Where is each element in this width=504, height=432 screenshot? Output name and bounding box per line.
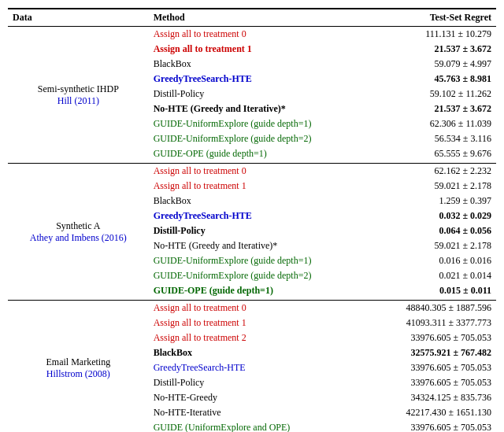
method-label: Assign all to treatment 0: [154, 28, 246, 39]
method-label: No-HTE (Greedy and Iterative)*: [154, 240, 278, 251]
regret-value: 0.021 ± 0.014: [439, 270, 491, 281]
regret-cell: 65.555 ± 9.676: [370, 146, 496, 164]
method-cell: GUIDE-OPE (guide depth=1): [149, 283, 371, 301]
method-label: No-HTE-Greedy: [154, 392, 217, 403]
section-cite-1: Athey and Imbens (2016): [30, 232, 127, 243]
regret-value: 45.763 ± 8.981: [434, 73, 491, 84]
method-cell: No-HTE (Greedy and Iterative)*: [149, 102, 371, 116]
method-cell: Assign all to treatment 1: [149, 316, 371, 330]
regret-cell: 33976.605 ± 705.053: [370, 360, 496, 375]
regret-cell: 62.162 ± 2.232: [370, 164, 496, 179]
method-cell: Distill-Policy: [149, 223, 371, 238]
regret-cell: 59.021 ± 2.178: [370, 238, 496, 253]
method-label: Distill-Policy: [154, 377, 205, 388]
regret-value: 0.015 ± 0.011: [439, 285, 491, 296]
regret-cell: 59.079 ± 4.997: [370, 57, 496, 72]
regret-cell: 0.064 ± 0.056: [370, 223, 496, 238]
method-cell: No-HTE (Greedy and Iterative)*: [149, 238, 371, 253]
method-cell: GreedyTreeSearch-HTE: [149, 72, 371, 87]
method-cell: GUIDE-UniformExplore (guide depth=2): [149, 131, 371, 146]
regret-value: 33976.605 ± 705.053: [410, 422, 491, 432]
regret-cell: 34324.125 ± 835.736: [370, 390, 496, 405]
section-cite-2: Hillstrom (2008): [46, 368, 110, 379]
regret-value: 34324.125 ± 835.736: [410, 392, 491, 403]
regret-value: 1.259 ± 0.397: [439, 195, 491, 206]
regret-cell: 0.015 ± 0.011: [370, 283, 496, 301]
method-label: GreedyTreeSearch-HTE: [154, 362, 246, 373]
regret-cell: 1.259 ± 0.397: [370, 194, 496, 209]
section-cite-0: Hill (2011): [57, 95, 99, 106]
method-label: BlackBox: [154, 347, 192, 358]
method-label: Assign all to treatment 1: [154, 43, 252, 54]
regret-cell: 21.537 ± 3.672: [370, 42, 496, 57]
regret-cell: 48840.305 ± 1887.596: [370, 301, 496, 316]
method-cell: No-HTE-Iterative: [149, 405, 371, 420]
method-label: BlackBox: [154, 195, 191, 206]
method-label: GUIDE-UniformExplore (guide depth=2): [154, 133, 312, 144]
method-label: Assign all to treatment 1: [154, 180, 246, 191]
method-cell: Assign all to treatment 0: [149, 27, 371, 42]
method-cell: Distill-Policy: [149, 87, 371, 102]
method-cell: GreedyTreeSearch-HTE: [149, 209, 371, 223]
method-label: GUIDE-UniformExplore (guide depth=1): [154, 255, 312, 266]
header-method: Method: [149, 9, 371, 27]
regret-value: 42217.430 ± 1651.130: [406, 407, 491, 418]
regret-value: 0.016 ± 0.016: [439, 255, 491, 266]
regret-value: 0.032 ± 0.029: [439, 210, 491, 221]
regret-value: 59.102 ± 11.262: [430, 88, 491, 99]
regret-value: 62.162 ± 2.232: [434, 165, 491, 176]
regret-cell: 41093.311 ± 3377.773: [370, 316, 496, 330]
method-label: No-HTE (Greedy and Iterative)*: [154, 103, 286, 114]
section-2: Email MarketingHillstrom (2008): [8, 301, 149, 433]
method-cell: GUIDE-UniformExplore (guide depth=2): [149, 268, 371, 283]
regret-value: 32575.921 ± 767.482: [410, 347, 491, 358]
regret-cell: 0.016 ± 0.016: [370, 253, 496, 268]
section-name-0: Semi-synthetic IHDP: [38, 83, 119, 94]
method-cell: BlackBox: [149, 57, 371, 72]
method-label: No-HTE-Iterative: [154, 407, 221, 418]
method-label: Assign all to treatment 0: [154, 302, 246, 313]
regret-value: 59.021 ± 2.178: [434, 180, 491, 191]
method-label: Distill-Policy: [154, 88, 205, 99]
method-cell: Distill-Policy: [149, 375, 371, 390]
method-cell: Assign all to treatment 0: [149, 301, 371, 316]
method-cell: GUIDE-UniformExplore (guide depth=1): [149, 253, 371, 268]
regret-value: 41093.311 ± 3377.773: [406, 317, 491, 328]
method-label: Assign all to treatment 2: [154, 332, 246, 343]
method-label: GUIDE-UniformExplore (guide depth=2): [154, 270, 312, 281]
header-regret: Test-Set Regret: [370, 9, 496, 27]
regret-value: 59.021 ± 2.178: [434, 240, 491, 251]
method-cell: GUIDE (UniformExplore and OPE): [149, 420, 371, 432]
regret-cell: 33976.605 ± 705.053: [370, 420, 496, 432]
regret-value: 33976.605 ± 705.053: [410, 332, 491, 343]
regret-value: 111.131 ± 10.279: [425, 28, 491, 39]
regret-value: 62.306 ± 11.039: [430, 118, 491, 129]
method-label: GUIDE (UniformExplore and OPE): [154, 422, 291, 432]
method-cell: Assign all to treatment 0: [149, 164, 371, 179]
regret-value: 33976.605 ± 705.053: [410, 362, 491, 373]
method-cell: GUIDE-OPE (guide depth=1): [149, 146, 371, 164]
regret-cell: 0.021 ± 0.014: [370, 268, 496, 283]
regret-cell: 59.102 ± 11.262: [370, 87, 496, 102]
method-cell: No-HTE-Greedy: [149, 390, 371, 405]
method-label: GreedyTreeSearch-HTE: [154, 210, 252, 221]
regret-cell: 0.032 ± 0.029: [370, 209, 496, 223]
regret-value: 21.537 ± 3.672: [434, 103, 491, 114]
regret-cell: 33976.605 ± 705.053: [370, 375, 496, 390]
section-name-2: Email Marketing: [46, 356, 111, 367]
method-cell: Assign all to treatment 1: [149, 42, 371, 57]
regret-value: 21.537 ± 3.672: [434, 43, 491, 54]
method-label: BlackBox: [154, 58, 191, 69]
method-label: Assign all to treatment 0: [154, 165, 246, 176]
regret-cell: 21.537 ± 3.672: [370, 102, 496, 116]
method-label: GUIDE-OPE (guide depth=1): [154, 148, 267, 159]
method-cell: BlackBox: [149, 194, 371, 209]
method-label: GUIDE-UniformExplore (guide depth=1): [154, 118, 312, 129]
regret-value: 48840.305 ± 1887.596: [406, 302, 491, 313]
regret-cell: 32575.921 ± 767.482: [370, 345, 496, 360]
regret-value: 65.555 ± 9.676: [434, 148, 491, 159]
method-cell: Assign all to treatment 1: [149, 179, 371, 194]
regret-cell: 59.021 ± 2.178: [370, 179, 496, 194]
section-1: Synthetic AAthey and Imbens (2016): [8, 164, 149, 301]
method-cell: BlackBox: [149, 345, 371, 360]
